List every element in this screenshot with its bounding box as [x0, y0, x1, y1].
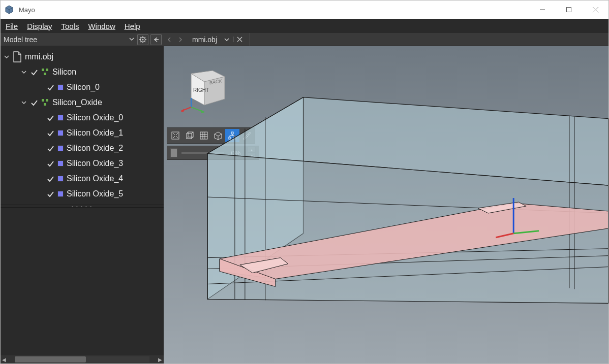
app-logo-icon	[5, 5, 14, 14]
group-icon	[41, 68, 49, 76]
visibility-check-icon[interactable]	[46, 144, 54, 152]
document-tab[interactable]: mmi.obj	[189, 36, 220, 44]
tree-item-silicon-oxide-4[interactable]: Silicon Oxide_4	[1, 171, 164, 186]
tree-group-silicon[interactable]: Silicon	[1, 64, 164, 80]
svg-line-15	[145, 37, 146, 38]
window-title: Mayo	[19, 6, 35, 14]
titlebar: Mayo	[1, 1, 608, 19]
tree-item-silicon-oxide-5[interactable]: Silicon Oxide_5	[1, 186, 164, 202]
tab-prev-button[interactable]	[167, 37, 174, 43]
caret-down-icon[interactable]	[4, 54, 10, 60]
tree-item-silicon-oxide-1[interactable]: Silicon Oxide_1	[1, 125, 164, 141]
svg-line-13	[145, 41, 146, 42]
content-area: mmi.obj Silicon Silicon_0	[1, 46, 608, 363]
tree-label: Silicon_0	[67, 83, 100, 92]
close-button[interactable]	[582, 1, 608, 19]
menu-tools[interactable]: Tools	[61, 22, 79, 30]
visibility-check-icon[interactable]	[46, 129, 54, 137]
tree-item-silicon-oxide-2[interactable]: Silicon Oxide_2	[1, 141, 164, 156]
document-tab-bar: mmi.obj	[164, 33, 608, 46]
model-tree-label: Model tree	[4, 36, 127, 44]
mesh-icon	[57, 145, 64, 151]
caret-down-icon[interactable]	[21, 69, 27, 75]
tree-label: Silicon_Oxide	[52, 98, 102, 107]
svg-line-14	[140, 41, 141, 42]
mesh-icon	[57, 176, 64, 182]
tab-dropdown-icon[interactable]	[224, 37, 229, 42]
sidebar: mmi.obj Silicon Silicon_0	[1, 46, 164, 363]
properties-panel	[1, 208, 164, 355]
settings-button[interactable]	[137, 34, 148, 45]
tree-group-silicon-oxide[interactable]: Silicon_Oxide	[1, 95, 164, 110]
tree-label: mmi.obj	[25, 52, 53, 61]
scroll-thumb[interactable]	[15, 356, 86, 362]
visibility-check-icon[interactable]	[46, 83, 54, 91]
scroll-left-icon[interactable]: ◀	[1, 357, 8, 362]
svg-point-7	[142, 39, 144, 40]
svg-rect-22	[42, 99, 44, 102]
svg-rect-23	[46, 99, 48, 102]
menubar: File Display Tools Window Help	[1, 19, 608, 33]
svg-rect-19	[42, 69, 44, 71]
tree-item-silicon-oxide-3[interactable]: Silicon Oxide_3	[1, 156, 164, 171]
visibility-check-icon[interactable]	[46, 190, 54, 198]
svg-line-12	[140, 37, 141, 38]
3d-viewport[interactable]: RIGHT BACK 0% ▲▼	[164, 46, 608, 363]
visibility-check-icon[interactable]	[30, 68, 38, 76]
mesh-icon	[57, 160, 64, 167]
tree-label: Silicon Oxide_4	[67, 174, 123, 183]
visibility-check-icon[interactable]	[46, 114, 54, 122]
tree-item-silicon-0[interactable]: Silicon_0	[1, 80, 164, 95]
mesh-icon	[57, 191, 64, 197]
menu-file[interactable]: File	[6, 22, 18, 30]
tab-close-button[interactable]	[233, 37, 246, 42]
visibility-check-icon[interactable]	[46, 175, 54, 183]
scroll-right-icon[interactable]: ▶	[157, 357, 164, 362]
3d-scene	[164, 46, 608, 363]
menu-window[interactable]: Window	[88, 22, 115, 30]
model-tree[interactable]: mmi.obj Silicon Silicon_0	[1, 46, 164, 205]
maximize-button[interactable]	[556, 1, 582, 19]
dropdown-icon[interactable]	[129, 37, 135, 43]
mesh-icon	[57, 130, 64, 136]
tree-label: Silicon Oxide_5	[67, 189, 123, 198]
minimize-button[interactable]	[529, 1, 556, 19]
horizontal-scrollbar[interactable]: ◀ ▶	[1, 355, 164, 363]
model-tree-header: Model tree	[1, 33, 164, 46]
tree-label: Silicon Oxide_3	[67, 159, 123, 168]
tree-label: Silicon Oxide_1	[67, 128, 123, 138]
svg-rect-3	[567, 8, 571, 12]
visibility-check-icon[interactable]	[46, 159, 54, 168]
tree-label: Silicon Oxide_2	[67, 144, 123, 153]
tree-label: Silicon	[52, 68, 76, 77]
tree-item-silicon-oxide-0[interactable]: Silicon Oxide_0	[1, 110, 164, 125]
mesh-icon	[57, 84, 64, 90]
menu-display[interactable]: Display	[27, 22, 52, 30]
svg-rect-20	[46, 69, 48, 71]
toolbar-row: Model tree mmi.obj	[1, 33, 608, 46]
tab-next-button[interactable]	[178, 37, 185, 43]
svg-rect-24	[44, 103, 46, 106]
group-icon	[41, 98, 49, 107]
file-icon	[13, 51, 22, 62]
window-controls	[529, 1, 608, 19]
visibility-check-icon[interactable]	[30, 98, 38, 107]
tree-root[interactable]: mmi.obj	[1, 49, 164, 64]
mesh-icon	[57, 115, 64, 121]
svg-rect-21	[44, 73, 46, 75]
caret-down-icon[interactable]	[21, 100, 27, 106]
tree-label: Silicon Oxide_0	[67, 113, 123, 122]
collapse-panel-button[interactable]	[150, 34, 162, 45]
menu-help[interactable]: Help	[125, 22, 140, 30]
